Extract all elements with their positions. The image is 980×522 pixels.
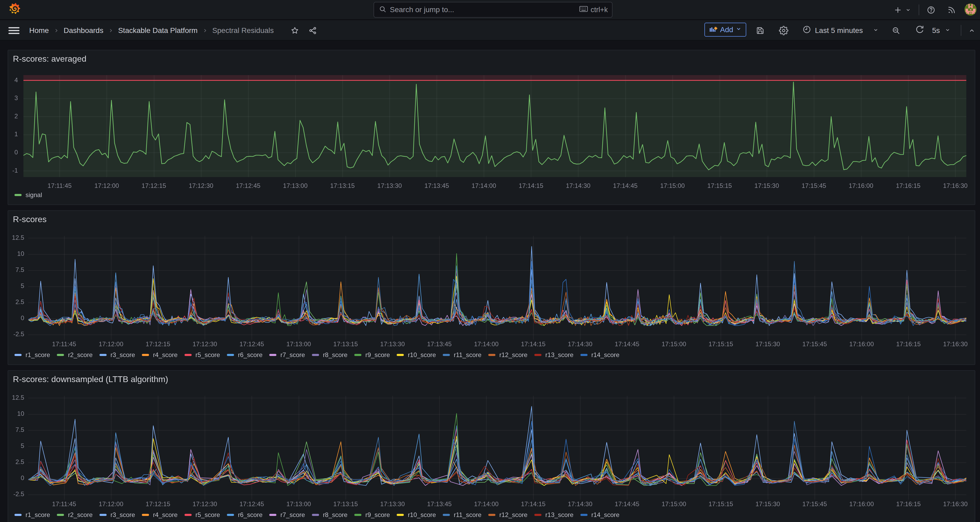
grafana-logo[interactable] [9,2,21,14]
legend-item[interactable]: r13_score [535,351,574,359]
search-shortcut: ctrl+k [591,6,608,14]
panel-title[interactable]: R-scores: averaged [13,53,86,65]
refresh-icon [915,25,924,36]
legend: r1_scorer2_scorer3_scorer4_scorer5_score… [14,511,619,519]
legend-swatch [227,514,234,516]
legend-label: r4_score [153,351,177,359]
legend-label: r1_score [25,511,50,519]
legend-label: r10_score [408,511,436,519]
legend-label: r7_score [280,351,305,359]
new-caret-icon[interactable] [905,7,911,13]
breadcrumb-dashboards[interactable]: Dashboards [64,26,103,35]
breadcrumb-folder[interactable]: Stackable Data Platform [118,26,198,35]
time-series-chart-canvas[interactable] [8,50,975,205]
toolbar-divider [961,25,961,36]
legend-item[interactable]: r11_score [443,511,482,519]
dashboard-settings-button[interactable] [779,20,788,41]
legend-swatch [354,514,361,516]
legend-swatch [488,354,495,356]
legend-item[interactable]: r14_score [581,351,620,359]
legend-item[interactable]: r1_score [14,351,50,359]
refresh-caret-icon [945,26,951,35]
share-button[interactable] [309,20,317,41]
legend-item[interactable]: r13_score [535,511,574,519]
legend-item[interactable]: r12_score [488,511,528,519]
panel-title[interactable]: R-scores [13,214,46,225]
legend-swatch [57,514,64,516]
avatar-identicon [964,3,977,16]
news-rss-button[interactable] [947,0,956,20]
search-placeholder: Search or jump to... [390,6,579,14]
legend-item[interactable]: r6_score [227,511,262,519]
legend-swatch [443,514,450,516]
legend-item[interactable]: r7_score [269,511,305,519]
legend-item[interactable]: r9_score [354,351,390,359]
legend-item[interactable]: r2_score [57,351,92,359]
top-nav: Search or jump to... ctrl+k [0,0,980,20]
grafana-logo-svg [9,2,21,14]
legend-swatch [14,354,22,356]
time-caret-icon [873,26,879,35]
time-range-picker[interactable]: Last 5 minutes [802,20,879,41]
legend-item[interactable]: r4_score [142,511,177,519]
legend-item[interactable]: r4_score [142,351,177,359]
legend-label: r6_score [238,511,262,519]
user-avatar[interactable] [964,3,977,17]
legend-item[interactable]: r7_score [269,351,305,359]
panel-r-scores: R-scores r1_scorer2_scorer3_scorer4_scor… [8,210,975,365]
legend-label: signal [25,191,42,199]
legend-label: r14_score [592,351,620,359]
legend-swatch [581,354,587,356]
help-button[interactable] [927,0,935,20]
legend-item[interactable]: r6_score [227,351,262,359]
legend-item[interactable]: signal [14,191,42,199]
zoom-out-button[interactable] [892,20,900,41]
search-icon [379,5,387,14]
time-series-chart-canvas[interactable] [8,210,975,365]
legend-item[interactable]: r3_score [100,511,135,519]
save-dashboard-button[interactable] [756,20,765,41]
collapse-toolbar-button[interactable] [968,20,975,41]
time-series-chart-canvas[interactable] [8,370,975,522]
legend-label: r5_score [196,511,220,519]
legend-item[interactable]: r14_score [581,511,620,519]
mega-menu-toggle[interactable] [8,20,19,41]
search-input[interactable]: Search or jump to... ctrl+k [374,2,612,18]
legend-item[interactable]: r10_score [397,351,436,359]
legend-swatch [488,514,495,516]
clock-icon [802,25,811,36]
legend-item[interactable]: r5_score [185,511,220,519]
legend-item[interactable]: r5_score [185,351,220,359]
panel-add-icon [709,24,718,35]
legend-swatch [185,514,192,516]
breadcrumb: Home Dashboards Stackable Data Platform … [29,20,274,41]
legend-item[interactable]: r3_score [100,351,135,359]
chevron-right-icon [198,28,212,33]
new-plus-button[interactable] [894,6,902,14]
legend-item[interactable]: r8_score [312,511,347,519]
legend-swatch [354,354,361,356]
legend-swatch [14,514,22,516]
legend-item[interactable]: r11_score [443,351,482,359]
legend-item[interactable]: r9_score [354,511,390,519]
add-panel-button[interactable]: Add [705,23,746,37]
chevron-right-icon [103,28,118,33]
legend-label: r9_score [365,351,390,359]
legend-swatch [312,514,319,516]
legend: signal [14,191,42,199]
legend-item[interactable]: r12_score [488,351,528,359]
legend-item[interactable]: r10_score [397,511,436,519]
legend-label: r14_score [592,511,620,519]
legend-item[interactable]: r2_score [57,511,92,519]
favorite-star-button[interactable] [291,20,299,41]
refresh-picker[interactable]: 5s [915,20,951,41]
legend-item[interactable]: r1_score [14,511,50,519]
breadcrumb-home[interactable]: Home [29,26,49,35]
legend-item[interactable]: r8_score [312,351,347,359]
panel-title[interactable]: R-scores: downsampled (LTTB algorithm) [13,374,168,385]
legend-swatch [535,514,541,516]
legend-label: r4_score [153,511,177,519]
legend-label: r8_score [323,511,347,519]
legend-swatch [397,514,404,516]
dashboard-toolbar: Home Dashboards Stackable Data Platform … [0,20,980,41]
